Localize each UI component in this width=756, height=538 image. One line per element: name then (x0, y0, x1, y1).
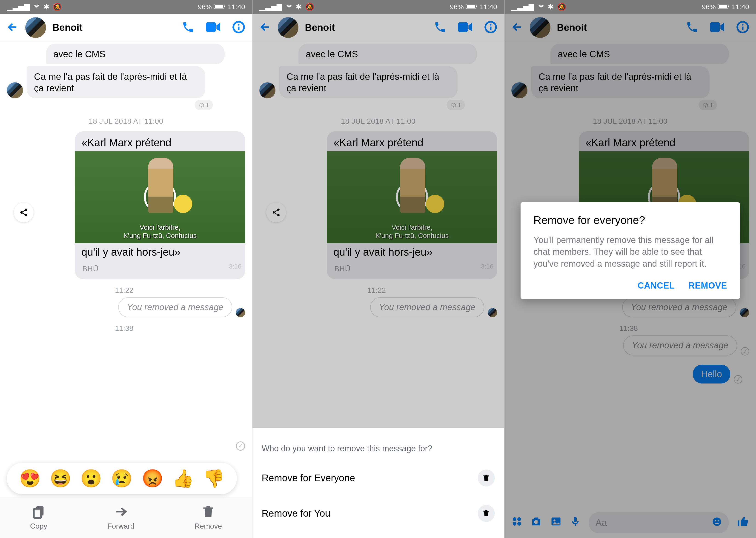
clock: 11:40 (732, 3, 749, 11)
reactions-picker[interactable]: 😍 😆 😮 😢 😡 👍 👎 (7, 462, 237, 494)
video-attachment[interactable]: «Karl Marx prétend Voici l'arbitre, K'un… (75, 131, 245, 279)
removed-message[interactable]: You removed a message (622, 297, 736, 317)
video-caption: qu'il y avait hors-jeu» (75, 243, 245, 260)
battery-icon (466, 3, 478, 11)
svg-point-35 (554, 519, 556, 521)
remove-button[interactable]: Remove (194, 505, 222, 530)
removed-message[interactable]: You removed a message (623, 336, 737, 355)
share-button[interactable] (266, 202, 286, 222)
call-button[interactable] (434, 21, 447, 34)
more-apps-button[interactable] (512, 516, 522, 530)
svg-point-32 (517, 522, 521, 526)
sheet-question: Who do you want to remove this message f… (252, 444, 504, 460)
copy-button[interactable]: Copy (30, 505, 47, 530)
video-call-button[interactable] (206, 22, 221, 33)
contact-avatar[interactable] (530, 17, 551, 38)
svg-point-30 (517, 517, 521, 521)
reaction-thumbs-up[interactable]: 👍 (172, 468, 194, 489)
battery-icon (718, 3, 729, 11)
remove-everyone-option[interactable]: Remove for Everyone (252, 460, 504, 496)
dialog-body: You'll permanently remove this message f… (533, 234, 727, 270)
reaction-love[interactable]: 😍 (19, 468, 41, 489)
call-button[interactable] (686, 21, 698, 34)
reaction-thumbs-down[interactable]: 👎 (203, 468, 225, 489)
svg-point-7 (25, 208, 27, 211)
video-thumbnail[interactable]: Voici l'arbitre,K'ung Fu-tzū, Confucius (327, 151, 497, 243)
trash-icon (478, 505, 495, 522)
reaction-angry[interactable]: 😡 (142, 468, 163, 489)
message-avatar[interactable] (259, 82, 275, 98)
contact-avatar[interactable] (278, 17, 298, 38)
received-message[interactable]: avec le CMS (551, 44, 729, 64)
gallery-button[interactable] (550, 515, 562, 530)
back-button[interactable] (7, 21, 19, 34)
composer: Aa (505, 512, 756, 533)
svg-rect-1 (215, 5, 223, 8)
chat-area[interactable]: avec le CMS Ca me l'a pas fait de l'aprè… (0, 41, 252, 497)
call-button[interactable] (182, 21, 194, 34)
add-reaction-button[interactable]: ☺︎+ (699, 100, 717, 110)
reaction-sad[interactable]: 😢 (111, 468, 133, 489)
back-button[interactable] (512, 21, 523, 34)
bluetooth-icon: ✱ (296, 3, 302, 11)
svg-point-29 (513, 517, 516, 521)
bluetooth-icon: ✱ (548, 3, 554, 11)
message-actions-bar: Copy Forward Remove (0, 497, 252, 538)
message-time: 11:38 (512, 324, 749, 333)
sent-message[interactable]: Hello (693, 365, 730, 384)
dialog-title: Remove for everyone? (533, 214, 727, 227)
emoji-button[interactable] (712, 516, 722, 529)
video-subtitle: Voici l'arbitre, K'ung Fu-tzū, Confucius (75, 223, 245, 240)
svg-point-18 (490, 24, 492, 26)
video-attachment[interactable]: «Karl Marx prétend Voici l'arbitre,K'ung… (327, 131, 497, 279)
reaction-wow[interactable]: 😮 (80, 468, 102, 489)
video-duration: 3:16 (481, 263, 494, 270)
info-button[interactable] (232, 21, 245, 34)
video-call-button[interactable] (458, 22, 473, 33)
received-message[interactable]: Ca me l'a pas fait de l'après-midi et là… (279, 66, 458, 98)
remove-confirm-button[interactable]: REMOVE (688, 281, 727, 291)
info-button[interactable] (736, 21, 749, 34)
received-message[interactable]: avec le CMS (298, 44, 477, 64)
forward-button[interactable]: Forward (107, 505, 134, 530)
remove-everyone-label: Remove for Everyone (262, 472, 355, 484)
back-button[interactable] (259, 21, 271, 34)
received-message[interactable]: avec le CMS (46, 44, 225, 64)
removed-message[interactable]: You removed a message (118, 297, 232, 317)
contact-name[interactable]: Benoit (52, 22, 175, 33)
video-call-button[interactable] (710, 22, 725, 33)
wifi-icon (286, 3, 293, 11)
contact-name[interactable]: Benoit (305, 22, 427, 33)
received-message[interactable]: Ca me l'a pas fait de l'après-midi et là… (531, 66, 710, 98)
sent-check-icon: ✓ (741, 347, 749, 355)
add-reaction-button[interactable]: ☺︎+ (195, 100, 213, 110)
signal-icon: ▁▃▅▇ (259, 3, 282, 11)
message-avatar[interactable] (7, 82, 23, 98)
camera-button[interactable] (530, 515, 542, 530)
removed-message[interactable]: You removed a message (370, 297, 484, 317)
video-thumbnail[interactable]: Voici l'arbitre, K'ung Fu-tzū, Confucius (75, 151, 245, 243)
svg-rect-23 (719, 5, 727, 8)
confirm-dialog: Remove for everyone? You'll permanently … (520, 202, 740, 299)
reaction-haha[interactable]: 😆 (50, 468, 72, 489)
video-title: «Karl Marx prétend (327, 131, 497, 151)
share-button[interactable] (14, 202, 33, 222)
cancel-button[interactable]: CANCEL (638, 281, 675, 291)
message-input[interactable]: Aa (589, 512, 729, 533)
contact-name[interactable]: Benoit (557, 22, 679, 33)
wifi-icon (538, 3, 544, 11)
received-message[interactable]: Ca me l'a pas fait de l'après-midi et là… (27, 66, 205, 98)
add-reaction-button[interactable]: ☺︎+ (447, 100, 465, 110)
status-bar: ▁▃▅▇ ✱ 🔕 96% 11:40 (0, 0, 252, 14)
trash-icon (478, 469, 495, 487)
svg-point-33 (534, 520, 538, 524)
date-separator: 18 JUL 2018 AT 11:00 (512, 117, 749, 126)
info-button[interactable] (484, 21, 497, 34)
thumbs-up-button[interactable] (737, 515, 749, 530)
mic-button[interactable] (570, 515, 581, 530)
seen-avatar (740, 308, 749, 317)
contact-avatar[interactable] (25, 17, 46, 38)
message-avatar[interactable] (512, 82, 527, 98)
remove-label: Remove (194, 522, 222, 530)
remove-you-option[interactable]: Remove for You (252, 496, 504, 531)
